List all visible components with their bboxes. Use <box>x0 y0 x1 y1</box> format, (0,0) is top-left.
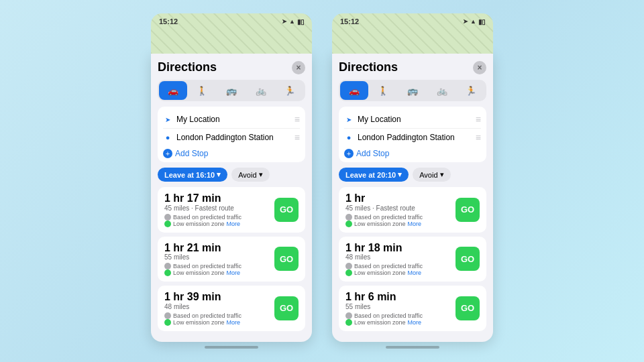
more-link-left-1[interactable]: More <box>227 269 241 276</box>
leave-button-right[interactable]: Leave at 20:10 ▾ <box>339 168 409 182</box>
close-button-right[interactable]: × <box>473 61 486 74</box>
panel-title-right: Directions <box>339 60 398 74</box>
leave-label-right: Leave at 20:10 <box>345 171 396 179</box>
route-card-right-1[interactable]: 1 hr 18 min 48 miles Based on predicted … <box>339 237 486 282</box>
route-emission-right-0: Low emission zone More <box>345 221 450 227</box>
go-button-left-2[interactable]: GO <box>274 296 299 320</box>
panel-header-left: Directions × <box>158 60 305 74</box>
leave-button-left[interactable]: Leave at 16:10 ▾ <box>158 168 227 182</box>
route-info-left-0: 1 hr 17 min 45 miles · Fastest route Bas… <box>164 192 269 227</box>
traffic-dot-left-0 <box>164 214 171 221</box>
origin-row-left: ➤ My Location ≡ <box>163 111 300 128</box>
go-button-right-0[interactable]: GO <box>455 198 480 222</box>
transit-icon-left: 🚌 <box>226 86 237 96</box>
emission-dot-left-2 <box>164 319 171 326</box>
route-traffic-right-0: Based on predicted traffic <box>345 214 450 221</box>
walk-icon-left: 🚶 <box>197 86 207 96</box>
go-button-left-1[interactable]: GO <box>274 247 299 271</box>
map-background-right: 15:12 ➤ ▲ ▮▯ <box>332 13 493 54</box>
go-button-right-2[interactable]: GO <box>455 296 480 320</box>
route-card-right-0[interactable]: 1 hr 45 miles · Fastest route Based on p… <box>339 187 486 233</box>
controls-left: Leave at 16:10 ▾ Avoid ▾ <box>158 168 305 182</box>
route-info-left-2: 1 hr 39 min 48 miles Based on predicted … <box>164 291 269 326</box>
emission-dot-right-1 <box>345 269 352 276</box>
traffic-dot-right-1 <box>345 263 352 269</box>
route-emission-right-2: Low emission zone More <box>345 319 450 326</box>
route-inputs-left: ➤ My Location ≡ ● London Paddington Stat… <box>158 107 305 162</box>
route-card-left-1[interactable]: 1 hr 21 min 55 miles Based on predicted … <box>158 237 305 282</box>
route-info-right-1: 1 hr 18 min 48 miles Based on predicted … <box>345 242 450 277</box>
route-card-right-2[interactable]: 1 hr 6 min 55 miles Based on predicted t… <box>339 286 486 331</box>
tab-rideshare-right[interactable]: 🏃 <box>457 81 485 100</box>
tab-car-left[interactable]: 🚗 <box>159 81 187 100</box>
go-button-left-0[interactable]: GO <box>274 198 299 222</box>
more-link-left-2[interactable]: More <box>227 319 241 326</box>
tab-transit-left[interactable]: 🚌 <box>217 81 246 100</box>
tab-car-right[interactable]: 🚗 <box>340 81 368 100</box>
phone-left: 15:12 ➤ ▲ ▮▯ Directions × 🚗 🚶 🚌 🚲 <box>151 13 312 349</box>
drag-handle-dest-right: ≡ <box>476 132 481 143</box>
rideshare-icon-left: 🏃 <box>284 86 295 96</box>
destination-label-left[interactable]: London Paddington Station <box>176 133 290 142</box>
drag-handle-origin-left: ≡ <box>294 114 300 125</box>
more-link-right-1[interactable]: More <box>408 269 422 276</box>
leave-label-left: Leave at 16:10 <box>164 171 215 179</box>
origin-row-right: ➤ My Location ≡ <box>344 111 481 128</box>
route-card-left-2[interactable]: 1 hr 39 min 48 miles Based on predicted … <box>158 286 305 331</box>
route-distance-right-0: 45 miles · Fastest route <box>345 204 450 212</box>
add-stop-label-left: Add Stop <box>175 149 208 158</box>
drag-handle-dest-left: ≡ <box>294 132 300 143</box>
tab-walk-right[interactable]: 🚶 <box>370 81 398 100</box>
status-bar-left: 15:12 ➤ ▲ ▮▯ <box>151 17 312 25</box>
add-icon-left: + <box>163 149 172 158</box>
controls-right: Leave at 20:10 ▾ Avoid ▾ <box>339 168 486 182</box>
more-link-left-0[interactable]: More <box>227 221 241 227</box>
tab-bike-left[interactable]: 🚲 <box>247 81 275 100</box>
tab-walk-left[interactable]: 🚶 <box>189 81 217 100</box>
route-traffic-left-1: Based on predicted traffic <box>164 263 269 269</box>
route-info-left-1: 1 hr 21 min 55 miles Based on predicted … <box>164 242 269 277</box>
tab-transit-right[interactable]: 🚌 <box>398 81 427 100</box>
wifi-icon-left: ▲ <box>289 18 295 25</box>
walk-icon-right: 🚶 <box>378 86 388 96</box>
route-emission-left-0: Low emission zone More <box>164 221 269 227</box>
home-indicator-right <box>386 346 439 349</box>
route-distance-right-2: 55 miles <box>345 303 450 310</box>
status-icons-right: ➤ ▲ ▮▯ <box>463 18 485 25</box>
tab-bike-right[interactable]: 🚲 <box>428 81 456 100</box>
traffic-dot-left-1 <box>164 263 171 269</box>
location-dot-right: ➤ <box>344 116 354 123</box>
route-traffic-left-0: Based on predicted traffic <box>164 214 269 221</box>
more-link-right-2[interactable]: More <box>408 319 422 326</box>
destination-dot-left: ● <box>163 133 172 141</box>
origin-label-right[interactable]: My Location <box>358 115 472 124</box>
route-traffic-right-1: Based on predicted traffic <box>345 263 450 269</box>
avoid-label-left: Avoid <box>238 171 256 179</box>
traffic-dot-left-2 <box>164 312 171 319</box>
route-time-right-2: 1 hr 6 min <box>345 291 450 303</box>
location-dot-left: ➤ <box>163 116 172 123</box>
bike-icon-right: 🚲 <box>437 86 447 96</box>
destination-label-right[interactable]: London Paddington Station <box>358 133 472 142</box>
add-stop-right[interactable]: + Add Stop <box>344 146 481 158</box>
destination-row-right: ● London Paddington Station ≡ <box>344 128 481 146</box>
route-info-right-2: 1 hr 6 min 55 miles Based on predicted t… <box>345 291 450 326</box>
add-stop-left[interactable]: + Add Stop <box>163 146 300 158</box>
close-button-left[interactable]: × <box>292 61 305 74</box>
location-icon-left: ➤ <box>282 18 287 25</box>
directions-panel-right: Directions × 🚗 🚶 🚌 🚲 🏃 ➤ My Locati <box>332 54 493 342</box>
routes-list-left: 1 hr 17 min 45 miles · Fastest route Bas… <box>158 187 305 337</box>
avoid-button-left[interactable]: Avoid ▾ <box>231 168 269 182</box>
add-icon-right: + <box>344 149 354 158</box>
go-button-right-1[interactable]: GO <box>455 247 480 271</box>
tab-rideshare-left[interactable]: 🏃 <box>276 81 304 100</box>
panel-header-right: Directions × <box>339 60 486 74</box>
route-distance-left-2: 48 miles <box>164 303 269 310</box>
route-card-left-0[interactable]: 1 hr 17 min 45 miles · Fastest route Bas… <box>158 187 305 233</box>
avoid-button-right[interactable]: Avoid ▾ <box>413 168 450 182</box>
route-time-right-1: 1 hr 18 min <box>345 242 450 254</box>
origin-label-left[interactable]: My Location <box>176 115 290 124</box>
avoid-label-right: Avoid <box>419 171 437 179</box>
more-link-right-0[interactable]: More <box>408 221 422 227</box>
status-bar-right: 15:12 ➤ ▲ ▮▯ <box>332 17 493 25</box>
